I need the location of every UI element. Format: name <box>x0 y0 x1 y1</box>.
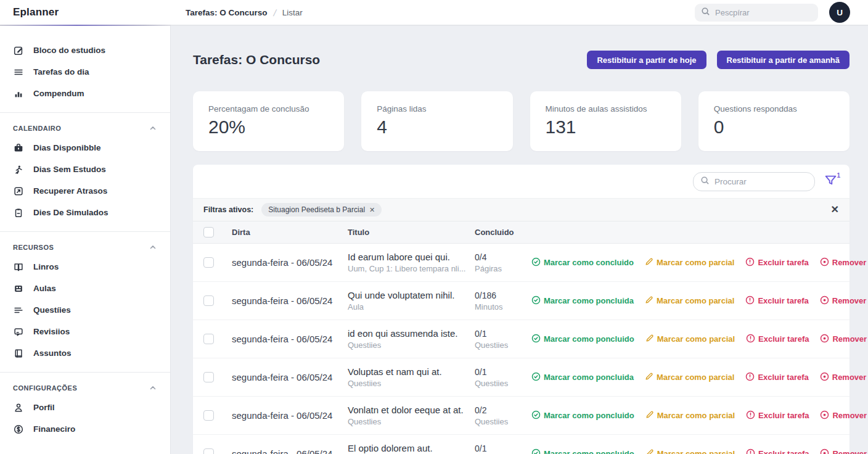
chevron-up-icon[interactable] <box>149 384 157 392</box>
row-title-cell: Id earum labore quei qui. Uum, Cup 1: Li… <box>348 252 475 273</box>
row-title: id eon qui assumenda iste. <box>348 328 475 339</box>
user-avatar[interactable]: U <box>829 2 850 23</box>
mark-complete-link[interactable]: Marcar como poncluido <box>531 410 634 421</box>
chart-bars-icon <box>13 88 24 99</box>
row-title-cell: El optio dolorem aut. Questiies <box>348 443 475 454</box>
breadcrumb: Tarefas: O Concurso / Listar <box>171 7 303 18</box>
remove-resource-link[interactable]: Remover recurso <box>820 334 868 345</box>
mark-complete-link[interactable]: Marcar como poncluido <box>531 334 634 345</box>
mark-partial-link[interactable]: Marcar como parcial <box>645 448 735 454</box>
sidebar-item-dias-sem-estudos[interactable]: Dias Sem Estudos <box>0 159 170 180</box>
row-actions: Marcar como poncluido Marcar como parcia… <box>531 448 868 454</box>
stat-value: 0 <box>714 117 834 138</box>
remove-resource-link[interactable]: Remover recurso <box>820 295 868 307</box>
search-icon <box>701 7 710 19</box>
sidebar-item-quest-ies[interactable]: Questíies <box>0 299 170 321</box>
remove-resource-link[interactable]: Remover recurso <box>820 410 868 421</box>
mark-complete-link[interactable]: Marcar como poncluido <box>531 448 634 454</box>
table-row: segunda-feira - 06/05/24 Id earum labore… <box>193 244 850 282</box>
table-body: segunda-feira - 06/05/24 Id earum labore… <box>193 244 850 454</box>
row-subtitle: Uum, Cup 1: Libero tempara nli... <box>348 264 475 273</box>
mark-complete-link[interactable]: Marcar como poncluida <box>531 295 634 307</box>
remove-resource-link[interactable]: Remover recurso <box>820 448 868 454</box>
delete-task-link[interactable]: Excluir tarefa <box>745 257 808 268</box>
sidebar-item-assuntos[interactable]: Assuntos <box>0 342 170 364</box>
mark-complete-link[interactable]: Marcar como poncluida <box>531 372 634 383</box>
list-icon <box>13 67 24 78</box>
global-search-input[interactable]: Pescpírar <box>695 4 818 22</box>
sidebar-item-bloco-do-estudios[interactable]: Bloco do estudios <box>0 39 170 61</box>
remove-resource-link[interactable]: Remover recurso <box>820 257 868 268</box>
remove-resource-link[interactable]: Remover recurso <box>820 372 868 383</box>
sidebar-item-aulas[interactable]: Aulas <box>0 278 170 299</box>
row-checkbox[interactable] <box>203 295 214 306</box>
redistribute-tomorrow-button[interactable]: Restibituir a partir de amanhã <box>717 51 850 69</box>
sidebar-item-compendum[interactable]: Compendum <box>0 83 170 104</box>
pencil-icon <box>645 334 654 344</box>
table-search-input[interactable]: Procurar <box>693 172 815 191</box>
row-checkbox[interactable] <box>203 372 214 382</box>
sidebar-section-header[interactable]: CONFIGURAÇÕES <box>0 381 170 397</box>
column-header-title[interactable]: Titulo <box>348 228 475 237</box>
check-circle-icon <box>531 372 541 383</box>
redistribute-today-button[interactable]: Restibituir a partir de hoje <box>587 51 706 69</box>
alert-circle-icon <box>746 448 755 454</box>
mark-partial-link[interactable]: Marcar como parcial <box>645 372 734 382</box>
clipboard-icon <box>13 207 24 218</box>
chevron-up-icon[interactable] <box>149 244 157 251</box>
delete-task-link[interactable]: Excluir tarefa <box>746 448 809 454</box>
mark-partial-link[interactable]: Marcar como parcial <box>645 334 735 344</box>
sidebar-item-linros[interactable]: Linros <box>0 256 170 278</box>
row-checkbox[interactable] <box>203 448 214 454</box>
chevron-up-icon[interactable] <box>149 125 157 132</box>
filters-close-icon[interactable]: ✕ <box>831 205 839 215</box>
breadcrumb-listar[interactable]: Listar <box>282 8 303 17</box>
sidebar-divider <box>0 112 170 113</box>
row-date: segunda-feira - 06/05/24 <box>232 372 348 382</box>
column-header-concluido[interactable]: Concluido <box>475 228 531 237</box>
select-all-checkbox[interactable] <box>203 227 214 237</box>
sidebar-item-dies-de-simulados[interactable]: Dies De Simulados <box>0 202 170 223</box>
row-checkbox[interactable] <box>203 410 214 421</box>
row-checkbox[interactable] <box>203 257 214 268</box>
row-progress-unit: Questiies <box>475 417 531 426</box>
sidebar-item-recuperer-atrasos[interactable]: Recuperer Atrasos <box>0 180 170 202</box>
sidebar-item-label: Porfil <box>33 403 55 412</box>
mark-partial-link[interactable]: Marcar como parcial <box>645 257 734 268</box>
delete-task-link[interactable]: Excluir tarefa <box>746 410 809 421</box>
alert-circle-icon <box>746 334 755 345</box>
row-title-cell: Vonlatn et dolor eeque at at. Questlies <box>348 405 475 426</box>
pencil-icon <box>645 372 653 382</box>
briefcase-icon <box>13 142 24 154</box>
delete-task-link[interactable]: Excluir tarefa <box>745 295 808 307</box>
row-title: Id earum labore quei qui. <box>348 252 475 262</box>
sidebar-section-header[interactable]: RECURSOS <box>0 240 170 256</box>
row-progress-cell: 0/2 Questiies <box>475 405 531 426</box>
sidebar-item-revisiios[interactable]: Revisiios <box>0 321 170 342</box>
mark-partial-link[interactable]: Marcar como parcial <box>645 410 735 421</box>
filter-chip-label: Situagion Peediseta b Parcial <box>268 205 365 214</box>
column-header-date[interactable]: Dirta <box>232 228 348 237</box>
breadcrumb-current[interactable]: Tarefas: O Concurso <box>186 8 268 17</box>
row-progress: 0/2 <box>475 405 531 415</box>
row-title: El optio dolorem aut. <box>348 443 475 453</box>
filter-chip[interactable]: Situagion Peediseta b Parcial ✕ <box>261 203 382 217</box>
sidebar-item-label: Assuntos <box>33 349 72 358</box>
delete-task-link[interactable]: Excluir tarefa <box>745 372 808 383</box>
filter-button[interactable]: 1 <box>824 174 839 190</box>
sidebar-item-tarefas-do-dia[interactable]: Tarefas do dia <box>0 61 170 83</box>
mark-complete-link[interactable]: Marcar como concluido <box>531 257 634 268</box>
dot-circle-icon <box>820 448 829 454</box>
chip-close-icon[interactable]: ✕ <box>369 206 375 214</box>
sidebar-item-dias-disponibble[interactable]: Dias Disponibble <box>0 137 170 159</box>
sidebar-item-finaneciro[interactable]: Finaneciro <box>0 418 170 440</box>
filter-count-badge: 1 <box>837 172 840 179</box>
dot-circle-icon <box>820 372 829 383</box>
mark-partial-link[interactable]: Marcar como parcial <box>645 295 734 306</box>
sidebar-item-porfil[interactable]: Porfil <box>0 397 170 418</box>
table-header: Dirta Titulo Concluido <box>193 221 850 244</box>
row-checkbox[interactable] <box>203 334 214 344</box>
delete-task-link[interactable]: Excluir tarefa <box>746 334 809 345</box>
sidebar-section-header[interactable]: CALENDAIRO <box>0 121 170 137</box>
sidebar-item-label: Linros <box>33 262 59 271</box>
